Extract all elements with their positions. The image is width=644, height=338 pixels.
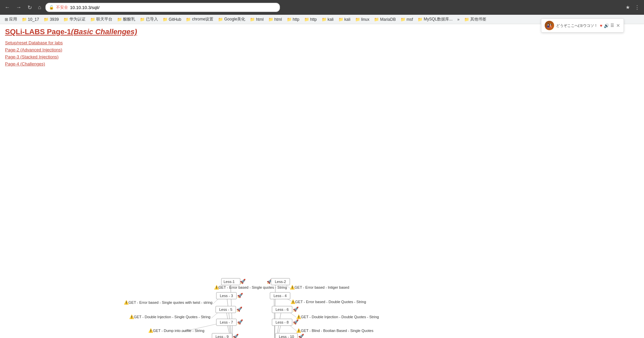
svg-text:🚀: 🚀 bbox=[240, 279, 246, 284]
bookmark-msf[interactable]: 📁 msf bbox=[398, 16, 415, 22]
bookmark-huawei-label: 华为认证 bbox=[69, 16, 86, 22]
notification-close-button[interactable]: ✕ bbox=[616, 23, 620, 28]
folder-icon-linux: 📁 bbox=[355, 17, 360, 22]
bookmark-chrome-label: chrome设置 bbox=[192, 16, 213, 22]
bookmark-google[interactable]: 📁 Google美化 bbox=[216, 16, 247, 23]
bookmark-import-label: 已导入 bbox=[146, 16, 158, 22]
bookmark-mysql-label: MySQL数据库... bbox=[424, 16, 452, 22]
bookmark-mariadb[interactable]: 📁 MariaDB bbox=[372, 16, 398, 22]
bookmark-more[interactable]: » bbox=[455, 16, 462, 22]
svg-text:🚀: 🚀 bbox=[298, 334, 304, 338]
bookmark-http2[interactable]: 📁 http bbox=[302, 16, 319, 22]
bookmark-others-label: 其他书签 bbox=[470, 16, 486, 22]
bookmark-others[interactable]: 📁 其他书签 bbox=[462, 16, 488, 23]
bookmark-linux-label: linux bbox=[361, 17, 370, 22]
mindmap-container: SQL Injections bbox=[5, 167, 642, 338]
folder-icon-1017: 📁 bbox=[22, 17, 27, 22]
bookmark-3939[interactable]: 📁 3939 bbox=[42, 16, 61, 22]
svg-text:⚠️: ⚠️ bbox=[148, 328, 153, 333]
apps-grid-icon: ⊞ bbox=[5, 17, 8, 22]
bookmark-1017-label: 10_17 bbox=[28, 17, 39, 22]
bookmark-apps-label: 应用 bbox=[9, 16, 17, 22]
forward-button[interactable]: → bbox=[14, 3, 23, 12]
svg-text:Less - 9: Less - 9 bbox=[215, 335, 228, 338]
bookmark-html1[interactable]: 📁 html bbox=[248, 16, 266, 22]
bookmark-msf-label: msf bbox=[407, 17, 413, 22]
svg-text:GET - Error based - Intiger ba: GET - Error based - Intiger based bbox=[294, 285, 349, 289]
svg-text:🚀: 🚀 bbox=[293, 306, 299, 312]
page-title-suffix: (Basic Challenges) bbox=[71, 27, 137, 36]
refresh-button[interactable]: ↻ bbox=[25, 3, 34, 12]
bookmark-github-label: GitHub bbox=[169, 17, 181, 22]
bookmark-more-label: » bbox=[457, 17, 460, 22]
home-button[interactable]: ⌂ bbox=[36, 3, 43, 12]
bookmark-star[interactable]: ★ bbox=[624, 3, 632, 11]
folder-icon-http2: 📁 bbox=[304, 17, 309, 22]
svg-text:GET - Error based - Double Quo: GET - Error based - Double Quotes - Stri… bbox=[295, 300, 366, 304]
bookmark-kali2[interactable]: 📁 kali bbox=[336, 16, 353, 22]
bookmark-liantian[interactable]: 📁 联天平台 bbox=[88, 16, 114, 23]
notification-icons: ♥ 🔊 ☰ bbox=[600, 23, 614, 28]
folder-icon-chrome: 📁 bbox=[186, 17, 191, 22]
svg-text:Less-1: Less-1 bbox=[223, 280, 234, 284]
folder-icon-mariadb: 📁 bbox=[374, 17, 379, 22]
svg-text:Less-2: Less-2 bbox=[275, 280, 286, 284]
heart-icon: ♥ bbox=[600, 23, 602, 28]
svg-text:Less - 10: Less - 10 bbox=[279, 335, 294, 338]
bookmark-github[interactable]: 📁 GitHub bbox=[161, 16, 183, 22]
folder-icon-mysql: 📁 bbox=[418, 17, 423, 22]
bookmark-http1-label: http bbox=[293, 17, 300, 22]
bookmark-mysql[interactable]: 📁 MySQL数据库... bbox=[416, 16, 454, 23]
svg-text:🚀: 🚀 bbox=[236, 306, 243, 312]
bookmark-kali1[interactable]: 📁 kali bbox=[320, 16, 336, 22]
bookmark-kali1-label: kali bbox=[328, 17, 334, 22]
folder-icon-others: 📁 bbox=[464, 17, 469, 22]
bookmark-google-label: Google美化 bbox=[224, 16, 245, 22]
bookmark-kali2-label: kali bbox=[344, 17, 351, 22]
bookmark-html1-label: html bbox=[256, 17, 264, 22]
svg-text:⚠️: ⚠️ bbox=[296, 328, 301, 333]
page2-link[interactable]: Page-2 (Advanced Injections) bbox=[5, 47, 639, 52]
nav-links: Setup/reset Database for labs Page-2 (Ad… bbox=[5, 40, 639, 66]
bookmark-http1[interactable]: 📁 http bbox=[285, 16, 302, 22]
folder-icon-huawei: 📁 bbox=[63, 17, 68, 22]
back-button[interactable]: ← bbox=[3, 3, 12, 12]
bookmark-1017[interactable]: 📁 10_17 bbox=[20, 16, 41, 22]
bookmark-huawei[interactable]: 📁 华为认证 bbox=[61, 16, 88, 23]
bookmark-apps[interactable]: ⊞ 应用 bbox=[3, 16, 19, 23]
folder-icon-html1: 📁 bbox=[250, 17, 255, 22]
bookmark-import[interactable]: 📁 已导入 bbox=[138, 16, 160, 23]
folder-icon-html2: 📁 bbox=[268, 17, 273, 22]
browser-right-icons: ★ ⋮ bbox=[624, 3, 641, 11]
bookmark-linux[interactable]: 📁 linux bbox=[353, 16, 372, 22]
bookmark-html2[interactable]: 📁 html bbox=[266, 16, 284, 22]
svg-text:GET - Dump into outfile - Stri: GET - Dump into outfile - String bbox=[153, 329, 204, 333]
page4-link[interactable]: Page-4 (Challenges) bbox=[5, 61, 639, 66]
svg-text:GET - Blind - Boolian Based - : GET - Blind - Boolian Based - Single Quo… bbox=[301, 329, 374, 333]
svg-line-8 bbox=[274, 296, 275, 338]
svg-text:⚠️: ⚠️ bbox=[290, 299, 296, 304]
notification-avatar: 🎎 bbox=[545, 21, 554, 30]
svg-text:Less - 3: Less - 3 bbox=[220, 294, 233, 298]
svg-text:🚀: 🚀 bbox=[237, 293, 243, 298]
svg-text:GET - Double Injection - Doubl: GET - Double Injection - Double Quotes -… bbox=[301, 315, 379, 319]
address-bar[interactable]: 🔓 不安全 10.10.10.3/sqli/ bbox=[45, 3, 280, 12]
bookmark-3939-label: 3939 bbox=[50, 17, 59, 22]
bookmark-html2-label: html bbox=[274, 17, 282, 22]
folder-icon-msf: 📁 bbox=[400, 17, 406, 22]
folder-icon-kali2: 📁 bbox=[338, 17, 343, 22]
bookmark-chrome-settings[interactable]: 📁 chrome设置 bbox=[184, 16, 215, 23]
bookmark-mariadb-label: MariaDB bbox=[380, 17, 396, 22]
svg-text:🚀: 🚀 bbox=[293, 319, 299, 325]
audio-icon: 🔊 bbox=[604, 23, 609, 28]
folder-icon-http1: 📁 bbox=[287, 17, 292, 22]
svg-text:🚀: 🚀 bbox=[233, 334, 239, 338]
url-display: 10.10.10.3/sqli/ bbox=[70, 5, 100, 10]
page3-link[interactable]: Page-3 (Stacked Injections) bbox=[5, 54, 639, 59]
setup-link[interactable]: Setup/reset Database for labs bbox=[5, 40, 639, 45]
menu-icon: ☰ bbox=[610, 23, 614, 28]
bookmark-acid[interactable]: 📁 酸酸乳 bbox=[115, 16, 137, 23]
svg-text:Less - 4: Less - 4 bbox=[273, 294, 286, 298]
svg-text:Less - 5: Less - 5 bbox=[219, 307, 232, 312]
browser-menu[interactable]: ⋮ bbox=[633, 3, 641, 11]
